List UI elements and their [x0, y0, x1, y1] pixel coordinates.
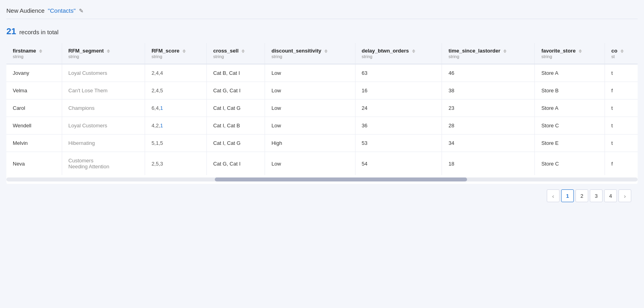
- cell-firstname: Carol: [6, 99, 62, 117]
- pagination-page-4[interactable]: 4: [604, 189, 617, 202]
- cell-delay-btwn-orders: 16: [355, 82, 442, 99]
- cell-rfm-segment: Loyal Customers: [62, 117, 145, 135]
- pagination-next[interactable]: ›: [618, 189, 631, 202]
- table-container: firstname string RFM_segment s: [6, 43, 638, 184]
- scrollbar-thumb[interactable]: [215, 177, 467, 181]
- pagination-prev[interactable]: ‹: [547, 189, 560, 202]
- cell-time-since-lastorder: 46: [442, 64, 535, 82]
- cell-discount-sensitivity: Low: [265, 152, 355, 175]
- col-header-delay-btwn-orders[interactable]: delay_btwn_orders string: [355, 43, 442, 64]
- cell-rfm-score: 2,4,5: [145, 82, 207, 99]
- col-header-favorite-store[interactable]: favorite_store string: [535, 43, 605, 64]
- table-row: WendellLoyal Customers4,2,1Cat I, Cat BL…: [6, 117, 638, 135]
- cell-delay-btwn-orders: 24: [355, 99, 442, 117]
- cell-firstname: Velma: [6, 82, 62, 99]
- data-table: firstname string RFM_segment s: [6, 43, 638, 175]
- cell-discount-sensitivity: Low: [265, 64, 355, 82]
- col-header-firstname[interactable]: firstname string: [6, 43, 62, 64]
- sort-icon-delay-btwn-orders: [412, 49, 415, 53]
- cell-time-since-lastorder: 23: [442, 99, 535, 117]
- cell-time-since-lastorder: 38: [442, 82, 535, 99]
- page-header: New Audience "Contacts" ✎: [6, 7, 638, 19]
- col-header-rfm-segment[interactable]: RFM_segment string: [62, 43, 145, 64]
- cell-time-since-lastorder: 28: [442, 117, 535, 135]
- cell-delay-btwn-orders: 36: [355, 117, 442, 135]
- sort-icon-extra: [620, 49, 624, 53]
- pagination-page-1[interactable]: 1: [561, 189, 574, 202]
- header-prefix: New Audience: [6, 7, 45, 14]
- cell-favorite-store: Store B: [535, 82, 605, 99]
- cell-favorite-store: Store A: [535, 64, 605, 82]
- cell-extra: f: [605, 82, 638, 99]
- header-title-link: "Contacts": [48, 7, 76, 14]
- col-header-cross-sell[interactable]: cross_sell string: [206, 43, 265, 64]
- cell-discount-sensitivity: Low: [265, 99, 355, 117]
- col-header-time-since-lastorder[interactable]: time_since_lastorder string: [442, 43, 535, 64]
- col-header-extra[interactable]: co st: [605, 43, 638, 64]
- cell-time-since-lastorder: 34: [442, 135, 535, 152]
- cell-time-since-lastorder: 18: [442, 152, 535, 175]
- cell-extra: t: [605, 99, 638, 117]
- cell-cross-sell: Cat I, Cat G: [206, 135, 265, 152]
- cell-discount-sensitivity: Low: [265, 117, 355, 135]
- cell-delay-btwn-orders: 54: [355, 152, 442, 175]
- cell-extra: f: [605, 152, 638, 175]
- cell-delay-btwn-orders: 53: [355, 135, 442, 152]
- pagination-page-3[interactable]: 3: [590, 189, 603, 202]
- col-header-discount-sensitivity[interactable]: discount_sensitivity string: [265, 43, 355, 64]
- cell-rfm-segment: Can't Lose Them: [62, 82, 145, 99]
- cell-delay-btwn-orders: 63: [355, 64, 442, 82]
- cell-extra: t: [605, 64, 638, 82]
- table-row: NevaCustomersNeeding Attention2,5,3Cat G…: [6, 152, 638, 175]
- cell-rfm-score: 5,1,5: [145, 135, 207, 152]
- horizontal-scrollbar[interactable]: [6, 177, 638, 181]
- table-header-row: firstname string RFM_segment s: [6, 43, 638, 64]
- table-row: JovanyLoyal Customers2,4,4Cat B, Cat ILo…: [6, 64, 638, 82]
- records-count-number: 21: [6, 26, 16, 36]
- cell-rfm-score: 6,4,1: [145, 99, 207, 117]
- cell-rfm-score: 2,4,4: [145, 64, 207, 82]
- cell-discount-sensitivity: High: [265, 135, 355, 152]
- cell-extra: t: [605, 117, 638, 135]
- pagination-page-2[interactable]: 2: [575, 189, 588, 202]
- sort-icon-cross-sell: [242, 49, 245, 53]
- cell-cross-sell: Cat I, Cat B: [206, 117, 265, 135]
- cell-firstname: Neva: [6, 152, 62, 175]
- cell-favorite-store: Store E: [535, 135, 605, 152]
- records-count-section: 21 records in total: [6, 26, 638, 37]
- cell-rfm-score: 2,5,3: [145, 152, 207, 175]
- sort-icon-rfm-score: [183, 49, 186, 53]
- cell-favorite-store: Store A: [535, 99, 605, 117]
- pagination: ‹ 1 2 3 4 ›: [6, 184, 638, 205]
- cell-favorite-store: Store C: [535, 117, 605, 135]
- col-header-rfm-score[interactable]: RFM_score string: [145, 43, 207, 64]
- table-row: MelvinHibernating5,1,5Cat I, Cat GHigh53…: [6, 135, 638, 152]
- cell-rfm-segment: Champions: [62, 99, 145, 117]
- sort-icon-favorite-store: [579, 49, 582, 53]
- table-row: VelmaCan't Lose Them2,4,5Cat G, Cat ILow…: [6, 82, 638, 99]
- cell-cross-sell: Cat G, Cat I: [206, 82, 265, 99]
- cell-firstname: Jovany: [6, 64, 62, 82]
- cell-cross-sell: Cat B, Cat I: [206, 64, 265, 82]
- records-count-text: records in total: [19, 29, 58, 35]
- cell-rfm-segment: CustomersNeeding Attention: [62, 152, 145, 175]
- cell-discount-sensitivity: Low: [265, 82, 355, 99]
- cell-rfm-segment: Loyal Customers: [62, 64, 145, 82]
- page-wrapper: New Audience "Contacts" ✎ 21 records in …: [0, 0, 644, 308]
- table-row: CarolChampions6,4,1Cat I, Cat GLow2423St…: [6, 99, 638, 117]
- cell-favorite-store: Store C: [535, 152, 605, 175]
- cell-extra: t: [605, 135, 638, 152]
- cell-rfm-score: 4,2,1: [145, 117, 207, 135]
- sort-icon-discount-sensitivity: [324, 49, 328, 53]
- cell-rfm-segment: Hibernating: [62, 135, 145, 152]
- sort-icon-rfm-segment: [107, 49, 110, 53]
- cell-firstname: Wendell: [6, 117, 62, 135]
- cell-cross-sell: Cat I, Cat G: [206, 99, 265, 117]
- cell-firstname: Melvin: [6, 135, 62, 152]
- edit-icon[interactable]: ✎: [79, 8, 84, 14]
- sort-icon-firstname: [39, 49, 42, 53]
- sort-icon-time-since-lastorder: [503, 49, 507, 53]
- cell-cross-sell: Cat G, Cat I: [206, 152, 265, 175]
